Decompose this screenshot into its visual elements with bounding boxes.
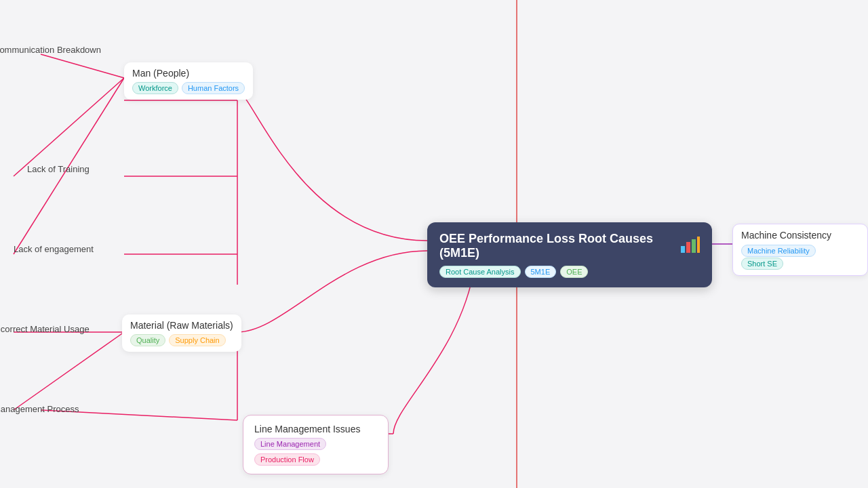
line-management-title: Line Management Issues (254, 424, 377, 434)
chart-icon (681, 237, 700, 256)
communication-breakdown-label: Communication Breakdown (0, 45, 101, 55)
oee-tag[interactable]: OEE (560, 266, 588, 278)
line-management-tag[interactable]: Line Management (254, 438, 326, 450)
svg-rect-17 (686, 242, 690, 253)
workforce-tag[interactable]: Workforce (132, 82, 178, 94)
machine-reliability-tag[interactable]: Machine Reliability (741, 245, 816, 257)
management-process-label: Management Process (0, 404, 79, 414)
machine-consistency-title: Machine Consistency (741, 230, 859, 241)
short-se-tag[interactable]: Short SE (741, 258, 783, 270)
material-node[interactable]: Material (Raw Materials) Quality Supply … (122, 314, 241, 352)
central-title: OEE Performance Loss Root Causes (5M1E) (439, 232, 700, 260)
svg-line-3 (14, 78, 124, 176)
central-node[interactable]: OEE Performance Loss Root Causes (5M1E) … (427, 222, 712, 287)
incorrect-material-label: Incorrect Material Usage (0, 324, 90, 334)
svg-line-14 (14, 332, 124, 410)
man-people-tags: Workforce Human Factors (132, 82, 245, 94)
quality-tag[interactable]: Quality (130, 334, 165, 346)
5m1e-tag[interactable]: 5M1E (525, 266, 557, 278)
human-factors-tag[interactable]: Human Factors (182, 82, 245, 94)
lack-of-training-label: Lack of Training (27, 164, 90, 174)
man-people-node[interactable]: Man (People) Workforce Human Factors (124, 62, 253, 100)
line-management-tags: Line Management Production Flow (254, 438, 377, 466)
central-title-text: OEE Performance Loss Root Causes (5M1E) (439, 232, 674, 260)
root-cause-tag[interactable]: Root Cause Analysis (439, 266, 521, 278)
svg-rect-18 (692, 239, 696, 253)
lack-of-engagement-label: Lack of engagement (14, 244, 94, 254)
machine-consistency-node[interactable]: Machine Consistency Machine Reliability … (732, 224, 868, 276)
line-management-node[interactable]: Line Management Issues Line Management P… (243, 415, 389, 474)
material-title: Material (Raw Materials) (130, 320, 233, 331)
supply-chain-tag[interactable]: Supply Chain (169, 334, 225, 346)
machine-tags: Machine Reliability Short SE (741, 244, 859, 270)
material-tags: Quality Supply Chain (130, 334, 233, 346)
svg-rect-19 (697, 237, 700, 253)
svg-rect-16 (681, 246, 685, 253)
central-tags: Root Cause Analysis 5M1E OEE (439, 266, 700, 278)
svg-line-2 (41, 54, 124, 78)
man-people-title: Man (People) (132, 68, 245, 79)
production-flow-tag[interactable]: Production Flow (254, 453, 320, 466)
